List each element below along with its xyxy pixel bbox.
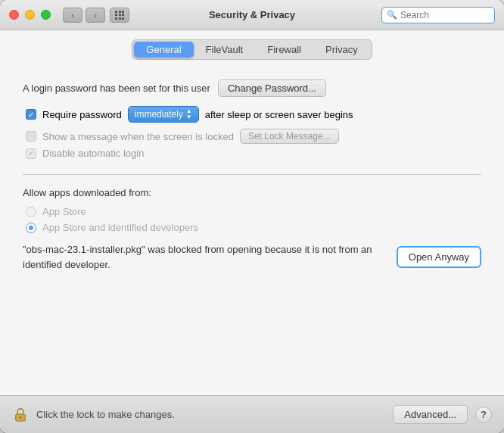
immediately-dropdown[interactable]: immediately ▲ ▼ xyxy=(128,106,199,123)
show-message-checkbox[interactable] xyxy=(26,131,36,142)
change-password-button[interactable]: Change Password... xyxy=(218,79,326,97)
section-divider xyxy=(23,174,481,175)
radio-dot-icon xyxy=(29,226,33,230)
tab-firewall[interactable]: Firewall xyxy=(255,42,313,58)
require-password-label: Require password xyxy=(42,109,122,120)
blocked-text: "obs-mac-23.1-installer.pkg" was blocked… xyxy=(23,242,386,272)
search-box[interactable]: 🔍 xyxy=(381,7,495,23)
svg-point-1 xyxy=(20,416,22,419)
window-title: Security & Privacy xyxy=(209,9,295,20)
app-store-identified-radio[interactable] xyxy=(26,223,36,233)
checkmark-disabled-icon: ✓ xyxy=(28,149,34,157)
login-password-label: A login password has been set for this u… xyxy=(23,83,210,94)
nav-buttons: ‹ › xyxy=(63,8,105,23)
content: A login password has been set for this u… xyxy=(0,66,504,395)
bottom-bar: Click the lock to make changes. Advanced… xyxy=(0,395,504,433)
app-store-identified-label: App Store and identified developers xyxy=(42,222,198,233)
immediately-value: immediately xyxy=(135,109,183,120)
search-input[interactable] xyxy=(400,10,490,20)
open-anyway-button[interactable]: Open Anyway xyxy=(397,246,481,268)
app-store-label: App Store xyxy=(42,206,86,217)
help-button[interactable]: ? xyxy=(475,407,492,423)
tab-general[interactable]: General xyxy=(134,42,193,58)
titlebar: ‹ › Security & Privacy 🔍 xyxy=(0,0,504,30)
checkmark-icon: ✓ xyxy=(28,111,34,119)
grid-button[interactable] xyxy=(110,8,129,23)
tabs-group: General FileVault Firewall Privacy xyxy=(132,39,372,60)
app-store-identified-radio-row: App Store and identified developers xyxy=(26,222,481,233)
tabs-bar: General FileVault Firewall Privacy xyxy=(0,30,504,66)
lock-text: Click the lock to make changes. xyxy=(36,409,393,420)
set-lock-message-button[interactable]: Set Lock Message... xyxy=(240,129,339,144)
tab-filevault[interactable]: FileVault xyxy=(194,42,256,58)
disable-autologin-label: Disable automatic login xyxy=(42,148,144,159)
disable-autologin-checkbox[interactable]: ✓ xyxy=(26,148,36,159)
grid-icon xyxy=(115,11,124,20)
forward-button[interactable]: › xyxy=(86,8,105,23)
require-password-checkbox[interactable]: ✓ xyxy=(26,109,36,120)
app-store-radio-row: App Store xyxy=(26,206,481,217)
dropdown-arrows-icon: ▲ ▼ xyxy=(186,108,192,120)
window: ‹ › Security & Privacy 🔍 General FileVau… xyxy=(0,0,504,433)
search-icon: 🔍 xyxy=(387,10,397,20)
allow-apps-label: Allow apps downloaded from: xyxy=(23,187,481,198)
back-button[interactable]: ‹ xyxy=(63,8,82,23)
lock-icon xyxy=(12,407,29,423)
advanced-button[interactable]: Advanced... xyxy=(393,405,468,424)
tab-privacy[interactable]: Privacy xyxy=(313,42,370,58)
maximize-button[interactable] xyxy=(41,10,51,20)
app-store-radio[interactable] xyxy=(26,207,36,217)
blocked-row: "obs-mac-23.1-installer.pkg" was blocked… xyxy=(23,242,481,272)
disable-autologin-row: ✓ Disable automatic login xyxy=(26,148,481,159)
show-message-row: Show a message when the screen is locked… xyxy=(26,129,481,144)
after-sleep-label: after sleep or screen saver begins xyxy=(205,109,353,120)
minimize-button[interactable] xyxy=(25,10,35,20)
show-message-label: Show a message when the screen is locked xyxy=(42,131,234,142)
chevron-right-icon: › xyxy=(94,11,97,20)
close-button[interactable] xyxy=(9,10,19,20)
login-row: A login password has been set for this u… xyxy=(23,79,481,97)
login-section: A login password has been set for this u… xyxy=(23,66,481,159)
chevron-left-icon: ‹ xyxy=(71,11,74,20)
require-password-row: ✓ Require password immediately ▲ ▼ after… xyxy=(26,106,481,123)
window-controls xyxy=(9,10,51,20)
